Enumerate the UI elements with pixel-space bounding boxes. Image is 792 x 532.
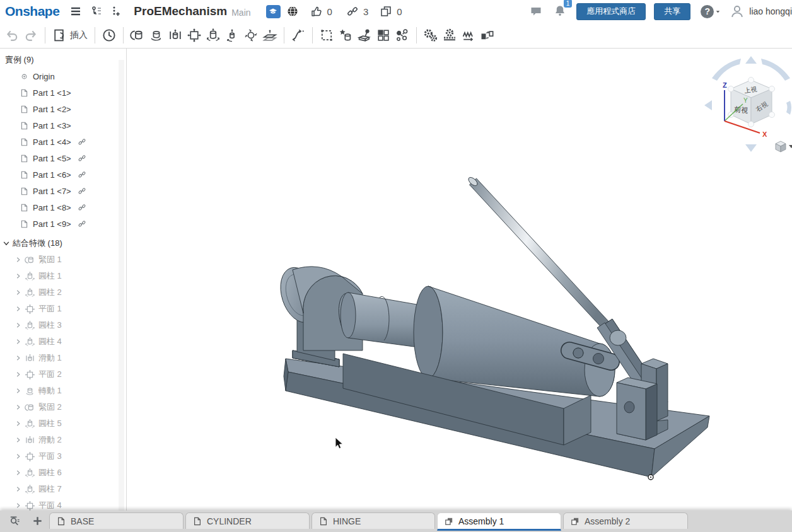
tree-item-part[interactable]: Part 1 <1> bbox=[0, 84, 126, 101]
linked-documents-button[interactable] bbox=[345, 4, 360, 19]
tree-item-part[interactable]: Part 1 <3> bbox=[0, 117, 126, 134]
tree-item-mate-cylindrical[interactable]: 圓柱 7 bbox=[0, 481, 126, 497]
chevron-right-icon[interactable] bbox=[14, 255, 23, 264]
chevron-right-icon[interactable] bbox=[14, 321, 23, 330]
view-cube[interactable]: 上視 前視 右視 Z Y X bbox=[704, 56, 792, 152]
path-mate-button[interactable] bbox=[289, 26, 308, 45]
tab-assembly-2[interactable]: Assembly 2 bbox=[563, 512, 688, 529]
tree-item-part[interactable]: Part 1 <7> bbox=[0, 183, 126, 199]
screw-relation-button[interactable] bbox=[459, 26, 478, 45]
redo-button[interactable] bbox=[21, 26, 40, 45]
tangent-mate-button[interactable] bbox=[260, 26, 279, 45]
right-bracket[interactable] bbox=[617, 359, 668, 440]
tab-base[interactable]: BASE bbox=[49, 512, 183, 529]
gear-relation-button[interactable] bbox=[421, 26, 440, 45]
tree-item-mate-fastened[interactable]: 緊固 2 bbox=[0, 399, 126, 415]
mechanism-model[interactable] bbox=[274, 176, 709, 480]
tree-item-mate-cylindrical[interactable]: 圓柱 3 bbox=[0, 317, 126, 333]
share-button[interactable]: 共享 bbox=[654, 3, 690, 20]
cylindrical-mate-button[interactable] bbox=[204, 26, 223, 45]
tree-item-mate-cylindrical[interactable]: 圓柱 4 bbox=[0, 333, 126, 350]
tree-item-mate-slider[interactable]: 滑動 2 bbox=[0, 432, 126, 448]
slider-mate-button[interactable] bbox=[166, 26, 185, 45]
tree-item-part[interactable]: Part 1 <4> bbox=[0, 134, 126, 150]
planar-mate-button[interactable] bbox=[185, 26, 204, 45]
pattern-button[interactable] bbox=[374, 26, 393, 45]
help-button[interactable]: ? bbox=[701, 5, 714, 18]
add-tab-button[interactable] bbox=[28, 512, 47, 529]
chevron-down-icon[interactable] bbox=[1, 238, 11, 248]
chevron-right-icon[interactable] bbox=[14, 354, 23, 362]
named-positions-button[interactable] bbox=[355, 26, 374, 45]
create-element-button[interactable] bbox=[108, 4, 124, 19]
pivot-boss[interactable] bbox=[610, 330, 626, 345]
tree-item-mate-planar[interactable]: 平面 3 bbox=[0, 448, 126, 465]
tree-item-mate-planar[interactable]: 平面 4 bbox=[0, 497, 126, 511]
tree-item-origin[interactable]: Origin bbox=[0, 68, 126, 84]
tree-item-part[interactable]: Part 1 <8> bbox=[0, 199, 126, 216]
notifications-button[interactable]: 1 bbox=[552, 3, 568, 20]
tree-item-mate-planar[interactable]: 平面 1 bbox=[0, 301, 126, 317]
chevron-right-icon[interactable] bbox=[14, 288, 23, 297]
chevron-right-icon[interactable] bbox=[14, 337, 23, 346]
view-cube-front-label[interactable]: 前視 bbox=[733, 105, 748, 114]
help-caret[interactable] bbox=[714, 4, 721, 19]
tree-item-mate-cylindrical[interactable]: 圓柱 6 bbox=[0, 465, 126, 481]
search-tabs-button[interactable] bbox=[5, 512, 24, 529]
onshape-logo[interactable]: Onshape bbox=[5, 4, 59, 19]
pin-slot-mate-button[interactable] bbox=[223, 26, 242, 45]
chevron-right-icon[interactable] bbox=[14, 468, 23, 477]
tree-item-mate-planar[interactable]: 平面 2 bbox=[0, 366, 126, 383]
versions-button[interactable] bbox=[89, 4, 104, 19]
copies-button[interactable] bbox=[378, 4, 393, 19]
chevron-right-icon[interactable] bbox=[14, 272, 23, 280]
tab-assembly-1[interactable]: Assembly 1 bbox=[437, 512, 561, 531]
user-name[interactable]: liao hongqi bbox=[749, 6, 792, 16]
tree-item-mate-fastened[interactable]: 緊固 1 bbox=[0, 252, 126, 268]
document-title[interactable]: ProEMechanism bbox=[134, 4, 227, 18]
like-button[interactable] bbox=[309, 4, 324, 19]
undo-button[interactable] bbox=[3, 26, 21, 45]
chevron-right-icon[interactable] bbox=[14, 403, 23, 412]
tree-item-part[interactable]: Part 1 <6> bbox=[0, 166, 126, 183]
revolute-mate-button[interactable] bbox=[147, 26, 166, 45]
chevron-right-icon[interactable] bbox=[14, 452, 23, 461]
tree-item-mate-cylindrical[interactable]: 圓柱 5 bbox=[0, 415, 126, 432]
model-view[interactable]: 上視 前視 右視 Z Y X bbox=[127, 49, 792, 511]
exploded-view-button[interactable] bbox=[393, 26, 412, 45]
view-options-button[interactable] bbox=[776, 141, 792, 152]
tab-cylinder[interactable]: CYLINDER bbox=[185, 512, 310, 529]
tree-item-part[interactable]: Part 1 <2> bbox=[0, 101, 126, 117]
chevron-right-icon[interactable] bbox=[14, 386, 23, 395]
replicate-button[interactable] bbox=[317, 26, 336, 45]
rack-pinion-relation-button[interactable] bbox=[440, 26, 459, 45]
chevron-right-icon[interactable] bbox=[14, 419, 23, 428]
tab-hinge[interactable]: HINGE bbox=[312, 512, 435, 529]
belt-relation-button[interactable] bbox=[478, 26, 497, 45]
tree-item-part[interactable]: Part 1 <5> bbox=[0, 150, 126, 166]
tree-item-part[interactable]: Part 1 <9> bbox=[0, 216, 126, 232]
tree-item-mate-slider[interactable]: 滑動 1 bbox=[0, 350, 126, 366]
chevron-right-icon[interactable] bbox=[14, 370, 23, 379]
fastened-mate-button[interactable] bbox=[128, 26, 147, 45]
workspace-name[interactable]: Main bbox=[231, 8, 250, 18]
app-store-button[interactable]: 應用程式商店 bbox=[576, 3, 646, 20]
tree-item-mate-cylindrical[interactable]: 圓柱 2 bbox=[0, 284, 126, 301]
main-menu-button[interactable] bbox=[68, 4, 83, 19]
sidebar-scrollbar[interactable] bbox=[119, 60, 124, 511]
mate-connector-button[interactable] bbox=[336, 26, 355, 45]
tree-item-mate-cylindrical[interactable]: 圓柱 1 bbox=[0, 268, 126, 284]
chevron-right-icon[interactable] bbox=[14, 436, 23, 444]
history-tool-button[interactable] bbox=[100, 26, 119, 45]
graphics-area[interactable]: 上視 前視 右視 Z Y X bbox=[127, 49, 792, 511]
insert-button[interactable]: 插入 bbox=[50, 28, 90, 43]
chevron-right-icon[interactable] bbox=[14, 485, 23, 494]
tree-item-mate-revolute[interactable]: 轉動 1 bbox=[0, 383, 126, 399]
user-avatar[interactable] bbox=[729, 3, 745, 20]
origin-marker[interactable] bbox=[648, 475, 653, 480]
comments-button[interactable] bbox=[528, 4, 544, 19]
mates-header[interactable]: 結合特徵 (18) bbox=[0, 232, 126, 252]
ball-mate-button[interactable] bbox=[242, 26, 260, 45]
chevron-right-icon[interactable] bbox=[14, 501, 23, 510]
chevron-right-icon[interactable] bbox=[14, 304, 23, 313]
